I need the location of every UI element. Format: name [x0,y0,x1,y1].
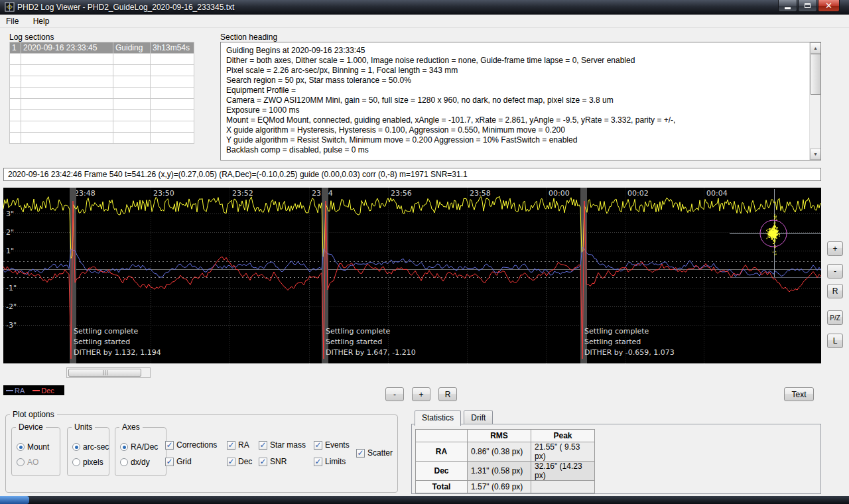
menu-help[interactable]: Help [27,15,56,28]
checkmark-icon: ✓ [165,458,174,466]
radio-mount[interactable]: Mount [17,442,49,452]
radio-ao[interactable]: AO [17,458,38,467]
empty-cell [151,65,194,76]
log-text-line: Dither = both axes, Dither scale = 1.000… [226,56,806,66]
log-table-empty-row[interactable] [10,110,194,121]
radio-arcsec[interactable]: arc-sec [72,442,109,452]
checkbox-scatter[interactable]: ✓Scatter [356,448,393,458]
guide-graph[interactable]: 23:4823:5023:5223:5423:5623:5800:0000:02… [3,188,821,363]
legend-ra: RA [6,387,25,395]
statistics-table: RMS Peak RA 0.86" (0.38 px) 21.55" ( 9.5… [415,429,595,493]
vscale-plus-button[interactable]: + [827,241,843,256]
empty-cell [151,110,194,121]
empty-cell [10,65,21,76]
title-bar[interactable]: PHD2 Log Viewer - PHD2_GuideLog_2020-09-… [0,0,849,15]
empty-cell [10,121,21,133]
empty-cell [113,54,151,65]
start-button[interactable] [0,496,29,504]
star-mass-trace [3,196,820,258]
checkbox-limits[interactable]: ✓Limits [314,457,346,466]
hzoom-reset-button[interactable]: R [438,387,457,401]
empty-cell [113,88,151,99]
checkmark-icon: ✓ [356,449,365,458]
scroll-up-icon[interactable]: ▲ [810,42,821,54]
checkbox-dec[interactable]: ✓Dec [227,457,252,466]
empty-cell [113,65,151,76]
checkbox-corrections[interactable]: ✓Corrections [165,440,217,450]
frame-status-line: 2020-09-16 23:42:46 Frame 540 t=541.26 (… [3,168,821,181]
hzoom-plus-button[interactable]: + [412,387,430,401]
checkbox-grid[interactable]: ✓Grid [165,457,192,466]
radio-label: Mount [27,442,49,452]
checkbox-events[interactable]: ✓Events [314,440,350,450]
checkbox-label: SNR [270,457,287,466]
log-table-empty-row[interactable] [10,54,194,65]
tab-drift[interactable]: Drift [464,410,493,424]
log-section-row-selected[interactable]: 1 2020-09-16 23:33:45 Guiding 3h13m54s [10,42,194,54]
legend-dec: Dec [33,387,54,395]
empty-cell [113,133,151,144]
dither-label: DITHER by 1.132, 1.194 [74,348,161,357]
log-sections-table[interactable]: 1 2020-09-16 23:33:45 Guiding 3h13m54s [9,42,194,144]
empty-cell [10,54,21,65]
empty-cell [10,76,21,88]
tab-statistics[interactable]: Statistics [415,410,461,426]
empty-cell [151,133,194,144]
empty-cell [113,99,151,110]
scroll-thumb[interactable] [810,54,821,95]
stats-value [531,481,595,493]
section-scrollbar[interactable]: ▲ ▼ [809,42,820,160]
log-sections-label: Log sections [9,32,54,42]
log-table-empty-row[interactable] [10,76,194,88]
log-text-line: X guide algorithm = Hysteresis, Hysteres… [226,125,806,135]
empty-cell [21,110,113,121]
maximize-button[interactable] [798,0,817,12]
minimize-button[interactable] [778,0,797,12]
graph-hscroll-thumb[interactable] [68,369,141,377]
menu-file[interactable]: File [0,15,25,28]
checkbox-star-mass[interactable]: ✓Star mass [259,440,306,450]
close-button[interactable]: ✕ [818,0,840,12]
log-text-line: Mount = EQMod Mount, connected, guiding … [226,115,806,125]
stats-header-blank [416,430,468,442]
scroll-down-icon[interactable]: ▼ [810,149,821,160]
stats-label: Dec [416,462,468,481]
plot-options-label: Plot options [10,410,57,419]
radio-radec[interactable]: RA/Dec [120,442,158,452]
vscale-reset-button[interactable]: R [827,284,843,298]
empty-cell [21,65,113,76]
empty-cell [113,76,151,88]
empty-cell [151,121,194,133]
checkbox-snr[interactable]: ✓SNR [259,457,287,466]
log-table-empty-row[interactable] [10,121,194,133]
log-table-empty-row[interactable] [10,65,194,76]
radio-dxdy[interactable]: dx/dy [120,458,150,467]
ra-trace [3,247,821,277]
checkbox-ra[interactable]: ✓RA [227,440,249,450]
log-text-line: Backlash comp = disabled, pulse = 0 ms [226,145,806,155]
graph-hscrollbar[interactable] [66,367,151,378]
checkbox-label: Dec [238,457,252,466]
settling-started-label: Settling started [74,338,130,346]
checkmark-icon: ✓ [227,458,235,466]
lock-button[interactable]: L [827,334,843,348]
vscale-minus-button[interactable]: - [827,264,843,279]
pan-zoom-button[interactable]: P/Z [827,310,843,325]
radio-pixels[interactable]: pixels [72,458,103,467]
text-view-button[interactable]: Text [784,387,814,401]
log-text-line: Equipment Profile = [226,86,806,95]
log-table-empty-row[interactable] [10,99,194,110]
empty-cell [21,99,113,110]
log-table-empty-row[interactable] [10,133,194,144]
empty-cell [10,99,21,110]
dec-line-swatch [33,390,40,391]
settling-started-label: Settling started [584,338,641,346]
checkmark-icon: ✓ [165,441,174,450]
section-heading-box[interactable]: Guiding Begins at 2020-09-16 23:33:45Dit… [220,42,821,160]
minimize-icon [785,7,791,9]
empty-cell [21,133,113,144]
time-tick-label: 23:48 [74,189,96,198]
log-table-empty-row[interactable] [10,88,194,99]
settling-complete-label: Settling complete [326,327,391,336]
hzoom-minus-button[interactable]: - [385,387,404,401]
